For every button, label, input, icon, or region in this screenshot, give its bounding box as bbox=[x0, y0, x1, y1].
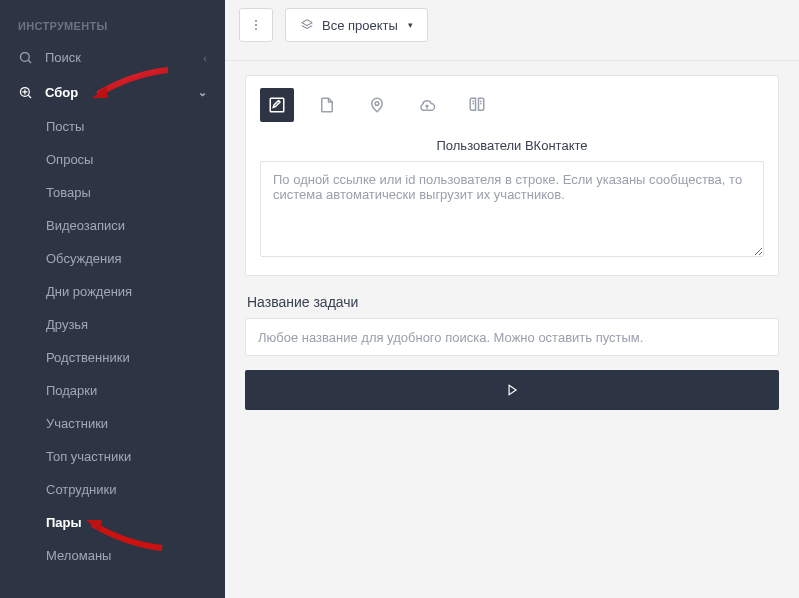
svg-point-7 bbox=[255, 24, 257, 26]
search-icon bbox=[18, 50, 33, 65]
play-icon bbox=[505, 383, 519, 397]
svg-point-0 bbox=[21, 53, 30, 62]
sidebar-subitem[interactable]: Пары bbox=[0, 506, 225, 539]
projects-label: Все проекты bbox=[322, 18, 398, 33]
tab-location[interactable] bbox=[360, 88, 394, 122]
chevron-left-icon: ‹ bbox=[203, 52, 207, 64]
tab-book[interactable] bbox=[460, 88, 494, 122]
svg-marker-9 bbox=[302, 20, 313, 26]
section-label: Пользователи ВКонтакте bbox=[246, 134, 778, 161]
tab-strip bbox=[246, 76, 778, 134]
tab-cloud[interactable] bbox=[410, 88, 444, 122]
sidebar-subitem[interactable]: Опросы bbox=[0, 143, 225, 176]
edit-icon bbox=[268, 96, 286, 114]
sidebar-item-label: Поиск bbox=[45, 50, 81, 65]
location-icon bbox=[368, 96, 386, 114]
sidebar-subitem[interactable]: Обсуждения bbox=[0, 242, 225, 275]
sidebar-subitem[interactable]: Друзья bbox=[0, 308, 225, 341]
book-icon bbox=[468, 96, 486, 114]
input-panel: Пользователи ВКонтакте bbox=[245, 75, 779, 276]
chevron-down-icon: ⌄ bbox=[198, 86, 207, 99]
task-name-input[interactable] bbox=[245, 318, 779, 356]
more-button[interactable] bbox=[239, 8, 273, 42]
svg-point-6 bbox=[255, 20, 257, 22]
collect-icon bbox=[18, 85, 33, 100]
more-vertical-icon bbox=[249, 18, 263, 32]
sidebar-subitem[interactable]: Подарки bbox=[0, 374, 225, 407]
svg-point-8 bbox=[255, 28, 257, 30]
sidebar-item-label: Сбор bbox=[45, 85, 78, 100]
projects-dropdown[interactable]: Все проекты ▾ bbox=[285, 8, 428, 42]
sidebar-subitem[interactable]: Участники bbox=[0, 407, 225, 440]
sidebar-subitem[interactable]: Дни рождения bbox=[0, 275, 225, 308]
tab-edit[interactable] bbox=[260, 88, 294, 122]
svg-point-11 bbox=[375, 102, 379, 106]
svg-line-5 bbox=[28, 95, 31, 98]
svg-line-1 bbox=[28, 60, 31, 63]
users-textarea[interactable] bbox=[260, 161, 764, 257]
sidebar-subitem[interactable]: Родственники bbox=[0, 341, 225, 374]
sidebar-item-search[interactable]: Поиск ‹ bbox=[0, 40, 225, 75]
cloud-icon bbox=[418, 96, 436, 114]
file-icon bbox=[318, 96, 336, 114]
sidebar-section-header: ИНСТРУМЕНТЫ bbox=[0, 10, 225, 40]
task-name-label: Название задачи bbox=[247, 294, 779, 310]
topbar: Все проекты ▾ bbox=[225, 0, 799, 61]
run-button[interactable] bbox=[245, 370, 779, 410]
caret-down-icon: ▾ bbox=[408, 20, 413, 30]
main-area: Все проекты ▾ bbox=[225, 0, 799, 598]
svg-marker-16 bbox=[509, 385, 516, 394]
sidebar: ИНСТРУМЕНТЫ Поиск ‹ Сбор ⌄ ПостыОпросыТо… bbox=[0, 0, 225, 598]
sidebar-subitem[interactable]: Товары bbox=[0, 176, 225, 209]
tab-file[interactable] bbox=[310, 88, 344, 122]
content: Пользователи ВКонтакте Название задачи bbox=[225, 61, 799, 410]
layers-icon bbox=[300, 18, 314, 32]
sidebar-subitem[interactable]: Видеозаписи bbox=[0, 209, 225, 242]
sidebar-subitem[interactable]: Меломаны bbox=[0, 539, 225, 572]
sidebar-subitem[interactable]: Посты bbox=[0, 110, 225, 143]
sidebar-subitem[interactable]: Топ участники bbox=[0, 440, 225, 473]
sidebar-subitem[interactable]: Сотрудники bbox=[0, 473, 225, 506]
sidebar-item-collect[interactable]: Сбор ⌄ bbox=[0, 75, 225, 110]
